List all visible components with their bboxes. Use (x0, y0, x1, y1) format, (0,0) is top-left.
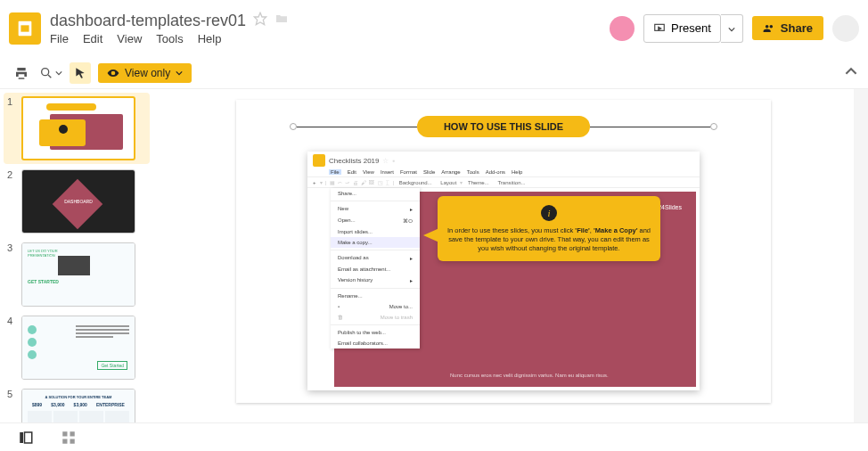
menu-file[interactable]: File (50, 32, 69, 45)
slide-number: 4 (7, 316, 16, 380)
slide-number: 5 (7, 389, 16, 422)
bottom-bar (0, 422, 868, 451)
file-menu-dropdown: Share... New▸ Open...⌘O Import slides...… (331, 188, 420, 348)
hide-menus-icon[interactable] (845, 65, 857, 81)
present-button[interactable]: Present (643, 14, 721, 43)
svg-rect-5 (20, 432, 23, 443)
slide-number: 1 (7, 96, 16, 160)
svg-rect-10 (70, 439, 75, 443)
embedded-menu-file: File (329, 169, 341, 175)
share-label: Share (781, 21, 813, 35)
slide-thumb-1[interactable]: 1 (4, 93, 150, 164)
slide-preview: Get Started (21, 316, 135, 380)
menu-view[interactable]: View (117, 32, 142, 45)
slide-title-bar: HOW TO USE THIS SLIDE (290, 114, 717, 139)
menu-tools[interactable]: Tools (156, 32, 183, 45)
collaborator-avatar[interactable] (610, 16, 635, 41)
callout-pointer (423, 228, 439, 242)
app-header: dashboard-templates-rev01 File Edit View… (0, 0, 868, 57)
slide-thumb-3[interactable]: 3 LET US DO YOURPRESENTATIONGET STARTED (7, 242, 146, 307)
print-icon[interactable] (11, 62, 32, 84)
lorem-text: Nunc cursus eros nec velit dignissim var… (450, 373, 673, 378)
menu-edit[interactable]: Edit (83, 32, 102, 45)
present-dropdown[interactable] (721, 14, 743, 43)
slide-number: 2 (7, 169, 16, 234)
side-panel (854, 89, 868, 422)
slide-canvas[interactable]: HOW TO USE THIS SLIDE Checklists 2019 ☆ … (236, 100, 771, 403)
grid-view-icon[interactable] (61, 430, 77, 446)
canvas-area[interactable]: HOW TO USE THIS SLIDE Checklists 2019 ☆ … (153, 89, 854, 422)
embedded-filmstrip (307, 188, 331, 390)
decorative-dot (290, 123, 297, 130)
svg-rect-1 (20, 25, 29, 31)
slide-preview: A SOLUTION FOR YOUR ENTIRE TEAM $899$3,9… (21, 389, 135, 422)
callout-text: In order to use these slides, you must c… (446, 226, 651, 252)
filmstrip[interactable]: 1 2 DASHBOARD 3 LET US DO YOURPRESENTATI… (0, 89, 153, 422)
menu-bar: File Edit View Tools Help (50, 32, 610, 45)
decorative-line (297, 127, 417, 127)
share-button[interactable]: Share (752, 16, 823, 40)
slide-number: 3 (7, 242, 16, 307)
move-folder-icon[interactable] (274, 12, 289, 30)
slide-thumb-2[interactable]: 2 DASHBOARD (7, 169, 146, 234)
slides-logo (9, 12, 41, 45)
svg-rect-8 (70, 431, 75, 436)
present-label: Present (671, 21, 711, 35)
folder-icon: ▪ (392, 157, 395, 165)
instruction-callout: i In order to use these slides, you must… (438, 196, 660, 261)
document-title[interactable]: dashboard-templates-rev01 (50, 12, 246, 30)
header-right: Present Share (610, 14, 859, 43)
view-only-label: View only (125, 67, 170, 79)
slide-preview: DASHBOARD (21, 169, 135, 234)
star-icon: ☆ (382, 157, 389, 165)
svg-rect-6 (25, 432, 32, 443)
embedded-header: Checklists 2019 ☆ ▪ (307, 152, 700, 169)
select-tool[interactable] (70, 62, 91, 84)
embedded-screenshot: Checklists 2019 ☆ ▪ File Edit View Inser… (307, 152, 700, 390)
make-copy-highlighted: Make a copy... (331, 237, 420, 248)
embedded-doc-title: Checklists 2019 (329, 157, 379, 165)
embedded-toolbar: + ▾ | ▦ ⤺ ⤻ 🖨 🖌 🖼 ◳ ⌶ | Background... La… (307, 176, 700, 188)
embedded-menu-bar: File Edit View Insert Format Slide Arran… (307, 169, 700, 176)
slide-preview: LET US DO YOURPRESENTATIONGET STARTED (21, 242, 135, 307)
slide-preview (21, 96, 135, 160)
svg-rect-9 (62, 439, 67, 443)
brand-label: 24Slides (658, 204, 682, 210)
svg-rect-7 (62, 431, 67, 436)
slide-thumb-4[interactable]: 4 Get Started (7, 316, 146, 380)
decorative-dot (710, 123, 717, 130)
svg-marker-2 (254, 12, 266, 24)
user-avatar[interactable] (832, 15, 859, 42)
menu-help[interactable]: Help (198, 32, 222, 45)
title-area: dashboard-templates-rev01 File Edit View… (50, 12, 610, 45)
filmstrip-view-icon[interactable] (18, 430, 34, 446)
slide-title: HOW TO USE THIS SLIDE (417, 116, 590, 137)
slide-thumb-5[interactable]: 5 A SOLUTION FOR YOUR ENTIRE TEAM $899$3… (7, 389, 146, 422)
zoom-control[interactable] (39, 66, 62, 80)
body: 1 2 DASHBOARD 3 LET US DO YOURPRESENTATI… (0, 89, 868, 422)
svg-point-4 (42, 68, 49, 75)
view-only-button[interactable]: View only (98, 63, 192, 83)
decorative-line (590, 127, 710, 127)
star-icon[interactable] (253, 12, 267, 30)
toolbar: View only (0, 57, 868, 89)
slides-logo-icon (313, 154, 325, 167)
info-icon: i (541, 205, 557, 221)
